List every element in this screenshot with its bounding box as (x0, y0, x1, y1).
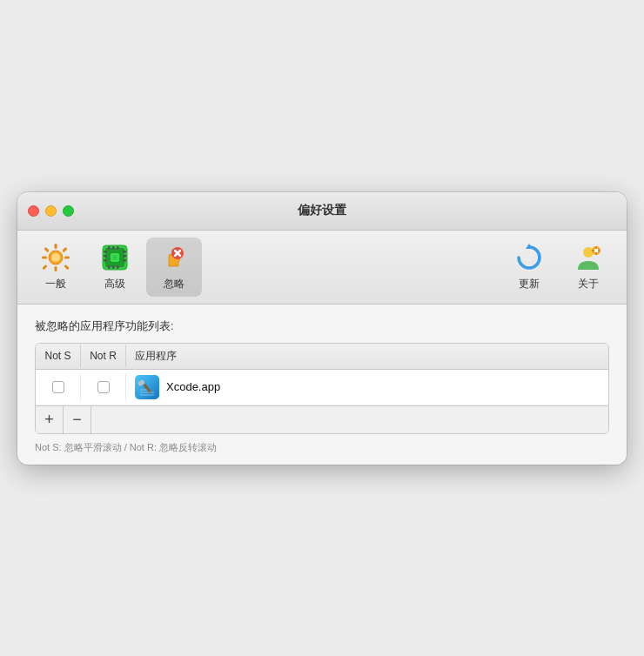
advanced-icon (99, 242, 131, 273)
table-header: Not S Not R 应用程序 (36, 344, 608, 370)
remove-button[interactable]: − (64, 405, 91, 433)
svg-rect-3 (42, 257, 47, 259)
tab-advanced[interactable]: 高级 (87, 238, 143, 297)
ignored-apps-table: Not S Not R 应用程序 (35, 343, 609, 434)
tab-about[interactable]: 关于 (560, 238, 616, 297)
update-icon (513, 242, 545, 273)
svg-rect-12 (108, 246, 111, 250)
toolbar-right: 更新 (501, 238, 616, 297)
svg-point-30 (583, 247, 594, 258)
svg-point-32 (594, 249, 599, 253)
tab-update-label: 更新 (519, 277, 540, 291)
svg-rect-36 (598, 250, 600, 251)
table-row[interactable]: Xcode.app (36, 370, 608, 405)
tab-general[interactable]: 一般 (28, 238, 84, 297)
general-icon (40, 242, 71, 273)
ignore-icon (158, 242, 190, 273)
table-body: Xcode.app (36, 370, 608, 405)
svg-rect-17 (117, 265, 119, 269)
svg-rect-18 (104, 251, 107, 253)
content-area: 被忽略的应用程序功能列表: Not S Not R 应用程序 (17, 305, 627, 434)
svg-rect-20 (104, 259, 107, 262)
app-name: Xcode.app (166, 380, 220, 393)
app-name-cell: Xcode.app (126, 370, 608, 405)
toolbar: 一般 (17, 231, 627, 305)
section-label: 被忽略的应用程序功能列表: (35, 318, 609, 334)
col-header-app: 应用程序 (126, 344, 608, 369)
xcode-app-icon (135, 375, 159, 399)
svg-rect-13 (112, 246, 115, 250)
maximize-button[interactable] (63, 205, 74, 217)
svg-rect-35 (592, 250, 594, 251)
svg-rect-22 (123, 255, 126, 258)
tab-ignore-label: 忽略 (164, 277, 184, 291)
window-title: 偏好设置 (298, 203, 346, 218)
minimize-button[interactable] (45, 205, 57, 217)
about-icon (573, 242, 604, 273)
toolbar-left: 一般 (28, 238, 498, 297)
svg-rect-5 (44, 247, 49, 252)
close-button[interactable] (28, 205, 39, 217)
svg-rect-6 (62, 247, 67, 252)
svg-rect-8 (64, 264, 69, 270)
titlebar: 偏好设置 (17, 192, 627, 231)
table-bottom-toolbar: + − (36, 405, 608, 433)
svg-rect-21 (123, 251, 126, 253)
svg-rect-16 (112, 265, 115, 269)
svg-rect-1 (55, 244, 57, 249)
svg-point-9 (51, 253, 60, 262)
notr-checkbox-cell[interactable] (81, 374, 126, 400)
tab-update[interactable]: 更新 (501, 238, 557, 297)
svg-rect-33 (595, 246, 597, 249)
svg-rect-19 (104, 255, 107, 258)
nots-checkbox[interactable] (52, 381, 64, 393)
tab-about-label: 关于 (578, 277, 599, 291)
svg-rect-2 (55, 266, 57, 271)
nots-checkbox-cell[interactable] (36, 374, 81, 400)
add-button[interactable]: + (36, 405, 64, 433)
svg-rect-7 (42, 264, 47, 270)
svg-rect-15 (108, 265, 111, 269)
tab-advanced-label: 高级 (104, 277, 125, 291)
svg-rect-34 (595, 252, 597, 255)
svg-point-25 (112, 255, 117, 260)
tab-ignore[interactable]: 忽略 (146, 238, 202, 297)
tab-general-label: 一般 (45, 277, 66, 291)
footer-help-text: Not S: 忽略平滑滚动 / Not R: 忽略反转滚动 (17, 434, 627, 465)
footer-label: Not S: 忽略平滑滚动 / Not R: 忽略反转滚动 (35, 442, 217, 452)
svg-rect-14 (117, 246, 119, 250)
col-header-notr: Not R (81, 345, 126, 367)
traffic-lights (28, 205, 74, 217)
notr-checkbox[interactable] (97, 381, 110, 393)
col-header-nots: Not S (36, 345, 81, 367)
svg-rect-23 (123, 259, 126, 262)
preferences-window: 偏好设置 (17, 192, 627, 465)
svg-rect-4 (64, 257, 70, 259)
